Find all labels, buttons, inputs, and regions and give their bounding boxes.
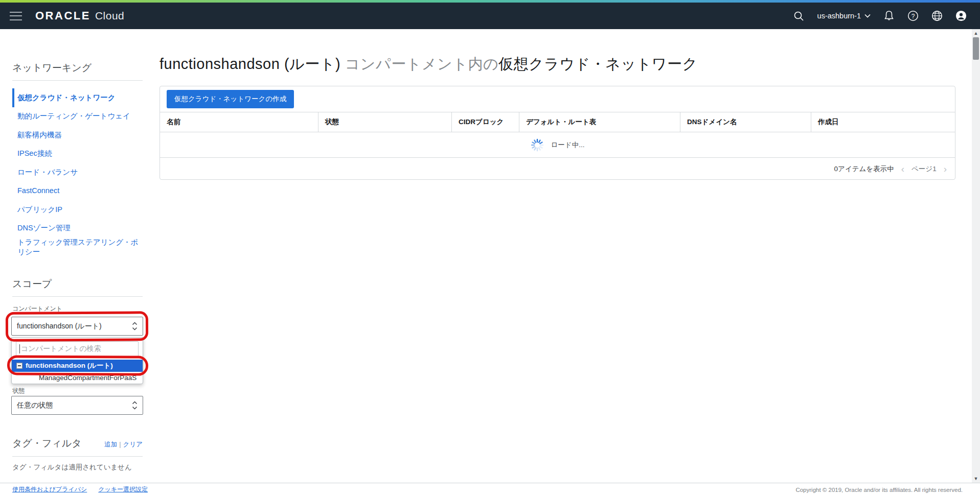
text-cursor <box>19 344 20 353</box>
sidebar-nav-list: 仮想クラウド・ネットワーク 動的ルーティング・ゲートウェイ 顧客構内機器 IPS… <box>12 88 146 257</box>
footer-link-terms[interactable]: 使用条件およびプライバシ <box>12 485 87 494</box>
tag-filter-empty-message: タグ・フィルタは適用されていません <box>12 463 132 472</box>
table-header-row: 名前 状態 CIDRブロック デフォルト・ルート表 DNSドメイン名 作成日 <box>160 112 955 132</box>
sidebar-item-load-balancers[interactable]: ロード・バランサ <box>12 163 146 182</box>
sidebar-item-fastconnect[interactable]: FastConnect <box>12 182 146 201</box>
footer-link-cookies[interactable]: クッキー選択設定 <box>98 485 148 494</box>
state-select-value: 任意の状態 <box>17 401 53 410</box>
select-stepper-icon <box>132 322 138 330</box>
column-header-name: 名前 <box>160 112 318 132</box>
column-header-default-route-table: デフォルト・ルート表 <box>519 112 680 132</box>
chevron-down-icon <box>864 14 871 18</box>
loading-text: ロード中... <box>551 140 585 150</box>
tree-collapse-icon[interactable] <box>16 363 22 369</box>
compartment-option-root[interactable]: functionshandson (ルート) <box>12 360 143 372</box>
scrollbar-up-arrow-icon[interactable]: ▲ <box>972 29 980 37</box>
sidebar-item-traffic-management[interactable]: トラフィック管理ステアリング・ポリシー <box>12 238 140 257</box>
page-title-compartment: functionshandson (ルート) <box>159 56 345 72</box>
scrollbar-down-arrow-icon[interactable]: ▼ <box>972 475 980 483</box>
pagination-row: 0アイテムを表示中 ‹ ページ1 › <box>160 158 955 180</box>
compartment-search-placeholder: コンパートメントの検索 <box>21 344 101 353</box>
compartment-label: コンパートメント <box>12 304 62 313</box>
column-header-cidr-block: CIDRブロック <box>452 112 519 132</box>
compartment-select-value: functionshandson (ルート) <box>17 322 102 331</box>
page-title-resource: 仮想クラウド・ネットワーク <box>498 56 698 72</box>
page-title: functionshandson (ルート) コンパートメント内の仮想クラウド・… <box>159 53 698 75</box>
column-header-dns-domain-name: DNSドメイン名 <box>680 112 811 132</box>
tag-filter-clear-link[interactable]: クリア <box>123 441 143 448</box>
sidebar: ネットワーキング 仮想クラウド・ネットワーク 動的ルーティング・ゲートウェイ 顧… <box>0 29 150 483</box>
create-vcn-button[interactable]: 仮想クラウド・ネットワークの作成 <box>167 90 294 108</box>
column-header-created: 作成日 <box>811 112 955 132</box>
logo-oracle-text: ORACLE <box>35 9 90 22</box>
state-select[interactable]: 任意の状態 <box>11 396 143 415</box>
sidebar-item-dns-zone-management[interactable]: DNSゾーン管理 <box>12 219 146 238</box>
compartment-select[interactable]: functionshandson (ルート) <box>11 317 143 336</box>
pagination-prev-icon[interactable]: ‹ <box>901 164 904 174</box>
hamburger-menu-icon[interactable] <box>10 12 22 20</box>
notifications-bell-icon[interactable] <box>883 10 895 21</box>
footer-links: 使用条件およびプライバシ クッキー選択設定 <box>12 485 148 494</box>
page-title-middle: コンパートメント内の <box>345 56 498 72</box>
top-bar: ORACLE Cloud us-ashburn-1 ? <box>0 3 980 29</box>
sidebar-heading-networking: ネットワーキング <box>12 61 92 75</box>
divider <box>12 296 143 297</box>
topbar-actions: us-ashburn-1 ? <box>793 10 980 21</box>
user-avatar-icon[interactable] <box>955 10 967 21</box>
tag-filter-actions: 追加|クリア <box>104 440 143 449</box>
language-globe-icon[interactable] <box>931 10 943 21</box>
divider <box>12 80 143 81</box>
panel-toolbar: 仮想クラウド・ネットワークの作成 <box>160 86 955 112</box>
compartment-dropdown-panel: コンパートメントの検索 functionshandson (ルート) Manag… <box>11 337 143 384</box>
compartment-option-managed[interactable]: ManagedCompartmentForPaaS <box>12 372 143 384</box>
logo-cloud-text: Cloud <box>95 10 124 22</box>
sidebar-item-customer-premises-equipment[interactable]: 顧客構内機器 <box>12 126 146 145</box>
loading-spinner-icon <box>531 138 544 152</box>
oracle-cloud-logo: ORACLE Cloud <box>35 9 124 22</box>
sidebar-item-dynamic-routing-gateways[interactable]: 動的ルーティング・ゲートウェイ <box>12 107 146 126</box>
help-icon[interactable]: ? <box>907 10 919 21</box>
vertical-scrollbar[interactable]: ▲ ▼ <box>972 29 980 483</box>
region-selector[interactable]: us-ashburn-1 <box>817 12 871 20</box>
pagination-page-label: ページ1 <box>911 164 937 174</box>
compartment-search-input[interactable]: コンパートメントの検索 <box>16 341 139 357</box>
tag-filter-heading: タグ・フィルタ <box>12 437 82 450</box>
pagination-summary: 0アイテムを表示中 <box>834 164 894 174</box>
link-separator: | <box>119 441 121 448</box>
svg-text:?: ? <box>911 13 915 20</box>
tag-filter-add-link[interactable]: 追加 <box>104 441 117 448</box>
footer-copyright: Copyright © 2019, Oracle and/or its affi… <box>795 487 963 493</box>
table-loading-row: ロード中... <box>160 132 955 158</box>
main-content: functionshandson (ルート) コンパートメント内の仮想クラウド・… <box>150 29 972 483</box>
state-label: 状態 <box>12 387 25 395</box>
vcn-list-panel: 仮想クラウド・ネットワークの作成 名前 状態 CIDRブロック デフォルト・ルー… <box>159 86 955 180</box>
column-header-state: 状態 <box>318 112 452 132</box>
footer: 使用条件およびプライバシ クッキー選択設定 Copyright © 2019, … <box>0 483 980 496</box>
compartment-option-root-label: functionshandson (ルート) <box>26 361 113 370</box>
compartment-option-managed-label: ManagedCompartmentForPaaS <box>39 374 136 382</box>
sidebar-item-virtual-cloud-networks[interactable]: 仮想クラウド・ネットワーク <box>12 88 146 107</box>
scope-heading: スコープ <box>12 277 52 291</box>
search-icon[interactable] <box>793 10 805 21</box>
divider <box>12 456 143 457</box>
scrollbar-thumb[interactable] <box>973 37 979 60</box>
region-label: us-ashburn-1 <box>817 12 861 20</box>
sidebar-item-public-ips[interactable]: パブリックIP <box>12 200 146 219</box>
sidebar-item-ipsec-connections[interactable]: IPSec接続 <box>12 145 146 163</box>
select-stepper-icon <box>132 401 138 410</box>
pagination-next-icon[interactable]: › <box>944 164 947 174</box>
